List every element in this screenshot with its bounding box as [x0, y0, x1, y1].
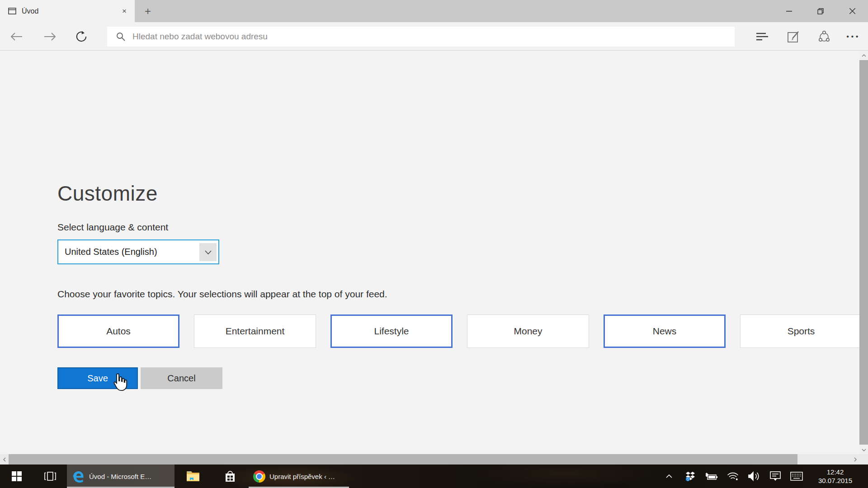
back-button[interactable] — [4, 22, 29, 51]
clock-time: 12:42 — [807, 468, 863, 476]
scroll-left-arrow[interactable] — [0, 454, 9, 465]
close-window-button[interactable] — [836, 0, 868, 22]
wifi-icon[interactable] — [722, 465, 743, 488]
web-note-button[interactable] — [783, 22, 804, 51]
chrome-task-button[interactable]: Upravit příspěvek ‹ … — [249, 465, 349, 488]
search-icon — [116, 32, 125, 41]
restore-button[interactable] — [805, 0, 836, 22]
tab-title: Úvod — [22, 7, 119, 15]
edge-task-button[interactable]: Úvod - Microsoft E… — [67, 465, 175, 488]
language-select[interactable]: United States (English) — [57, 239, 219, 264]
chevron-down-icon[interactable] — [199, 243, 217, 261]
edge-logo-icon — [71, 469, 85, 483]
file-explorer-button[interactable] — [175, 465, 212, 488]
more-actions-button[interactable]: ••• — [843, 22, 864, 51]
page-icon — [8, 8, 16, 14]
store-button[interactable] — [212, 465, 249, 488]
browser-tab[interactable]: Úvod × — [0, 0, 135, 22]
clock-date: 30.07.2015 — [807, 476, 863, 485]
window-controls — [773, 0, 868, 22]
vertical-scrollbar[interactable] — [859, 51, 868, 454]
scroll-right-arrow[interactable] — [851, 454, 859, 465]
horizontal-scrollbar[interactable] — [0, 454, 859, 465]
topic-button-sports[interactable]: Sports — [740, 314, 862, 348]
chrome-logo-icon — [253, 470, 265, 483]
start-button[interactable] — [0, 465, 33, 488]
cancel-button[interactable]: Cancel — [141, 367, 222, 389]
volume-icon[interactable] — [743, 465, 764, 488]
page-title: Customize — [57, 181, 158, 206]
language-label: Select language & content — [57, 222, 168, 233]
dropbox-icon[interactable] — [679, 465, 701, 488]
hub-button[interactable] — [751, 22, 773, 51]
save-button[interactable]: Save — [57, 367, 138, 389]
taskbar-clock[interactable]: 12:42 30.07.2015 — [807, 468, 863, 485]
topics-row: Autos Entertainment Lifestyle Money News… — [57, 314, 862, 348]
tab-close-icon[interactable]: × — [119, 6, 129, 16]
share-button[interactable] — [813, 22, 835, 51]
edge-task-title: Úvod - Microsoft E… — [89, 473, 170, 480]
topic-button-money[interactable]: Money — [467, 314, 589, 348]
address-input[interactable] — [132, 32, 735, 42]
horizontal-scroll-thumb[interactable] — [9, 454, 797, 465]
screen: Úvod × + — [0, 0, 868, 488]
battery-icon[interactable] — [701, 465, 722, 488]
task-view-button[interactable] — [33, 465, 67, 488]
vertical-scroll-thumb[interactable] — [859, 60, 868, 445]
chrome-task-title: Upravit příspěvek ‹ … — [269, 473, 344, 480]
topic-button-entertainment[interactable]: Entertainment — [194, 314, 316, 348]
topic-button-news[interactable]: News — [604, 314, 726, 348]
scroll-up-arrow[interactable] — [859, 51, 868, 60]
refresh-button[interactable] — [69, 22, 94, 51]
scrollbar-corner — [859, 454, 868, 465]
topic-button-lifestyle[interactable]: Lifestyle — [330, 314, 453, 348]
navigation-toolbar: ••• — [0, 22, 868, 51]
forward-button[interactable] — [37, 22, 62, 51]
address-bar[interactable] — [107, 27, 735, 47]
page-content: Customize Select language & content Unit… — [0, 51, 859, 454]
titlebar: Úvod × + — [0, 0, 868, 22]
topic-button-autos[interactable]: Autos — [57, 314, 179, 348]
new-tab-button[interactable]: + — [138, 0, 157, 22]
action-center-icon[interactable] — [764, 465, 786, 488]
language-select-value: United States (English) — [65, 247, 157, 257]
scroll-down-arrow[interactable] — [859, 446, 868, 454]
taskbar: Úvod - Microsoft E… Upr — [0, 465, 868, 488]
ellipsis-icon: ••• — [847, 33, 861, 40]
minimize-button[interactable] — [773, 0, 805, 22]
touch-keyboard-icon[interactable] — [786, 465, 807, 488]
tray-chevron-up-icon[interactable] — [658, 465, 679, 488]
topics-instruction: Choose your favorite topics. Your select… — [57, 289, 387, 300]
system-tray: 12:42 30.07.2015 — [658, 465, 863, 488]
